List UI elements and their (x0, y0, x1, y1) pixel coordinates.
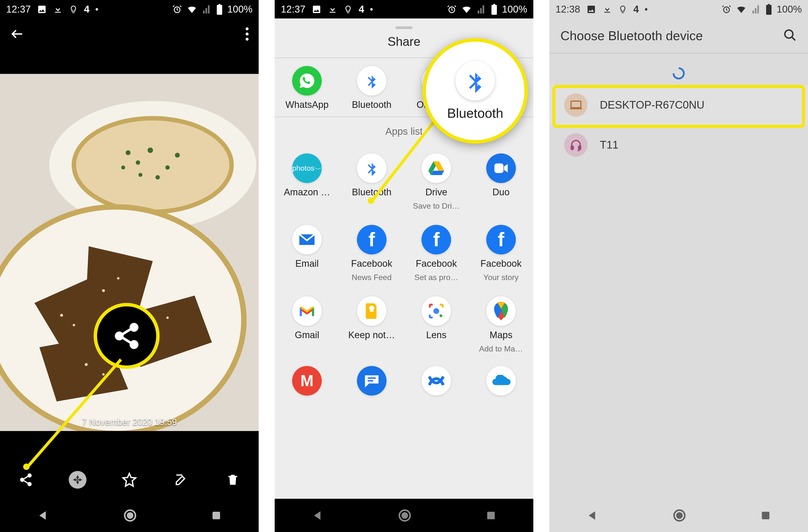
callout-line-end (368, 198, 374, 204)
battery-text: 100% (227, 4, 253, 15)
svg-point-19 (73, 324, 75, 326)
signal-icon (476, 4, 486, 14)
channel4-icon: 4 (84, 4, 89, 15)
battery-icon (216, 4, 223, 15)
facebook-icon: f (357, 225, 386, 254)
delete-icon[interactable] (224, 471, 242, 489)
svg-point-3 (245, 38, 249, 41)
nav-bar (0, 499, 259, 532)
apps-row-2: Email fFacebookNews Feed fFacebookSet as… (275, 217, 533, 289)
svg-rect-42 (487, 512, 495, 519)
edit-icon[interactable] (172, 471, 190, 489)
battery-icon (491, 4, 498, 15)
apps-row-4-peek: M (275, 360, 533, 396)
svg-point-15 (121, 166, 125, 169)
app-lens[interactable]: Lens (404, 296, 469, 353)
app-email[interactable]: Email (275, 225, 339, 282)
overflow-icon[interactable] (245, 27, 249, 42)
share-target-label: Bluetooth (352, 99, 391, 110)
svg-point-38 (439, 314, 442, 317)
share-icon[interactable] (17, 471, 35, 489)
app-maps[interactable]: MapsAdd to Ma… (469, 296, 534, 353)
wifi-icon (186, 4, 197, 15)
nav-home-icon[interactable] (398, 508, 412, 522)
app-facebook-story[interactable]: fFacebookYour story (469, 225, 534, 282)
nav-back-icon[interactable] (311, 509, 324, 522)
apps-row-3: Gmail Keep not… Lens MapsAdd to Ma… (275, 289, 533, 360)
app-gmail[interactable]: Gmail (275, 296, 339, 353)
download-icon (328, 4, 337, 14)
app-amazon-photos[interactable]: photosAmazon … (275, 153, 339, 210)
svg-point-13 (155, 175, 160, 180)
phone-3: 12:38 4 100% Choose Bluetooth device (549, 0, 808, 532)
dim-overlay (549, 0, 808, 532)
share-target-bluetooth[interactable]: Bluetooth (339, 66, 404, 110)
back-icon[interactable] (10, 26, 25, 42)
svg-point-11 (165, 165, 170, 170)
star-icon[interactable] (121, 471, 138, 489)
svg-point-37 (434, 308, 439, 314)
nearby-share-icon[interactable] (69, 471, 87, 489)
whatsapp-icon (292, 66, 322, 95)
photo-timestamp: 7 November 2020 19:59 (0, 417, 259, 427)
more-notifications-icon (370, 8, 373, 11)
nav-back-icon[interactable] (37, 509, 50, 522)
nav-recents-icon[interactable] (485, 510, 497, 521)
app-duo[interactable]: Duo (469, 153, 534, 210)
callout-line-end (23, 463, 30, 470)
battery-text: 100% (502, 4, 527, 15)
photo-appbar (0, 18, 259, 51)
messages-icon[interactable] (357, 366, 386, 396)
app-facebook-profile[interactable]: fFacebookSet as pro… (404, 225, 469, 282)
alarm-icon (447, 4, 457, 14)
apps-row-1: photosAmazon … Bluetooth DriveSave to Dr… (275, 146, 533, 217)
svg-point-30 (128, 513, 132, 518)
wifi-icon (461, 4, 472, 15)
image-icon (312, 4, 322, 14)
alarm-icon (172, 4, 182, 14)
drive-icon (422, 153, 451, 183)
email-icon (292, 225, 322, 254)
share-target-whatsapp[interactable]: WhatsApp (275, 66, 339, 110)
svg-point-1 (245, 27, 249, 30)
maps-icon (486, 296, 516, 326)
svg-point-22 (146, 326, 149, 329)
channel4-icon: 4 (359, 4, 364, 15)
photo-content[interactable]: 7 November 2020 19:59 (0, 74, 259, 431)
movies-icon[interactable] (422, 366, 451, 396)
phone-1: 12:37 4 100% (0, 0, 259, 532)
more-notifications-icon (96, 8, 98, 11)
callout-bluetooth-zoom: Bluetooth (422, 38, 528, 144)
clock-text: 12:37 (6, 4, 31, 15)
app-keep[interactable]: Keep not… (339, 296, 404, 353)
svg-point-41 (402, 513, 407, 518)
status-bar: 12:37 4 100% (0, 0, 259, 18)
amazon-photos-icon: photos (292, 153, 322, 183)
svg-point-12 (175, 153, 180, 158)
svg-point-9 (136, 160, 140, 165)
svg-point-8 (126, 150, 131, 155)
bulb-icon (69, 5, 78, 14)
app-facebook-newsfeed[interactable]: fFacebookNews Feed (339, 225, 404, 282)
nav-home-icon[interactable] (123, 508, 137, 522)
nav-recents-icon[interactable] (210, 510, 222, 521)
photo-bottombar (0, 461, 259, 499)
svg-point-23 (166, 316, 169, 319)
gmail-m-icon (292, 296, 322, 326)
onedrive-icon[interactable] (486, 366, 516, 396)
clock-text: 12:37 (281, 4, 306, 15)
bluetooth-icon (357, 66, 386, 95)
app-drive[interactable]: DriveSave to Dri… (404, 153, 469, 210)
image-icon (37, 4, 47, 14)
bulb-icon (344, 5, 352, 14)
nav-bar (275, 499, 533, 532)
gmail-red-icon[interactable]: M (292, 366, 322, 396)
svg-rect-36 (494, 163, 503, 173)
facebook-icon: f (486, 225, 516, 254)
callout-label: Bluetooth (447, 105, 503, 121)
sheet-handle-icon[interactable] (396, 26, 412, 29)
status-bar: 12:37 4 100% (275, 0, 533, 18)
keep-icon (357, 296, 386, 326)
svg-point-2 (245, 33, 249, 35)
download-icon (53, 4, 63, 14)
